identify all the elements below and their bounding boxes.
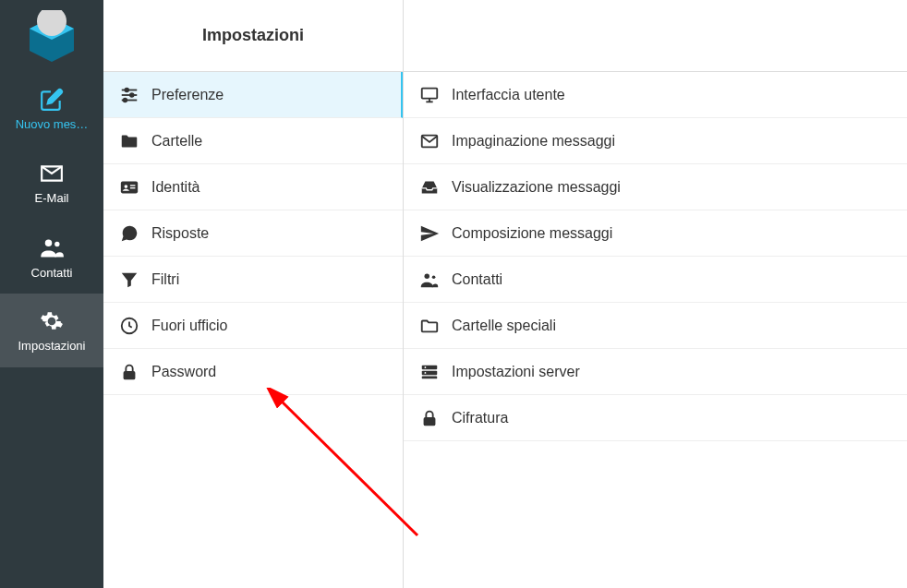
svg-rect-13 bbox=[130, 185, 136, 186]
settings-categories: Impostazioni Preferenze Cartelle bbox=[103, 0, 404, 588]
sliders-icon bbox=[118, 84, 140, 106]
svg-point-8 bbox=[130, 93, 134, 97]
item-label: Cifratura bbox=[452, 410, 508, 426]
settings-item-folders[interactable]: Cartelle bbox=[103, 118, 403, 164]
nav-compose[interactable]: Nuovo mes… bbox=[0, 72, 103, 146]
app-logo bbox=[0, 0, 103, 72]
preferences-sections: Interfaccia utente Impaginazione messagg… bbox=[404, 0, 907, 588]
pref-item-contacts[interactable]: Contatti bbox=[404, 257, 907, 303]
svg-point-22 bbox=[425, 273, 430, 279]
pref-item-encryption[interactable]: Cifratura bbox=[404, 395, 907, 441]
contacts-icon bbox=[39, 234, 65, 260]
contacts-icon bbox=[418, 269, 441, 291]
svg-line-17 bbox=[279, 399, 417, 535]
svg-rect-25 bbox=[422, 370, 438, 375]
svg-point-6 bbox=[125, 88, 128, 91]
item-label: Impostazioni server bbox=[452, 364, 580, 380]
lock-icon bbox=[118, 361, 140, 383]
nav-settings[interactable]: Impostazioni bbox=[0, 294, 103, 367]
pref-item-user-interface[interactable]: Interfaccia utente bbox=[404, 72, 907, 118]
item-label: Identità bbox=[151, 179, 200, 196]
settings-item-preferences[interactable]: Preferenze bbox=[103, 72, 403, 118]
id-card-icon bbox=[118, 176, 140, 198]
filter-icon bbox=[118, 269, 140, 291]
svg-point-12 bbox=[125, 185, 128, 188]
svg-point-10 bbox=[124, 98, 127, 102]
item-label: Risposte bbox=[151, 225, 209, 242]
item-label: Cartelle bbox=[151, 133, 202, 150]
paper-plane-icon bbox=[418, 222, 441, 245]
item-label: Cartelle speciali bbox=[452, 318, 556, 334]
svg-point-3 bbox=[45, 239, 52, 246]
column-header bbox=[404, 0, 907, 72]
item-label: Visualizzazione messaggi bbox=[452, 179, 621, 196]
svg-rect-16 bbox=[124, 371, 136, 379]
settings-item-identities[interactable]: Identità bbox=[103, 164, 403, 210]
svg-point-28 bbox=[425, 372, 427, 374]
item-label: Filtri bbox=[151, 271, 179, 288]
pref-item-special-folders[interactable]: Cartelle speciali bbox=[404, 303, 907, 349]
settings-item-password[interactable]: Password bbox=[103, 349, 403, 395]
item-label: Impaginazione messaggi bbox=[452, 133, 615, 150]
gear-icon bbox=[40, 309, 64, 333]
item-label: Preferenze bbox=[151, 87, 224, 103]
pref-item-message-view[interactable]: Visualizzazione messaggi bbox=[404, 164, 907, 210]
nav-label: Contatti bbox=[0, 266, 103, 280]
compose-icon bbox=[40, 88, 64, 112]
nav-email[interactable]: E-Mail bbox=[0, 146, 103, 220]
svg-rect-29 bbox=[424, 417, 436, 426]
item-label: Contatti bbox=[452, 271, 502, 288]
server-icon bbox=[418, 361, 441, 383]
item-label: Composizione messaggi bbox=[452, 225, 612, 242]
nav-label: E-Mail bbox=[0, 191, 103, 205]
pref-item-mailbox-view[interactable]: Impaginazione messaggi bbox=[404, 118, 907, 164]
svg-rect-24 bbox=[422, 365, 438, 369]
item-label: Interfaccia utente bbox=[452, 87, 565, 103]
desktop-icon bbox=[418, 84, 441, 106]
pref-item-server[interactable]: Impostazioni server bbox=[404, 349, 907, 395]
svg-rect-26 bbox=[422, 376, 438, 378]
item-label: Password bbox=[151, 364, 216, 380]
settings-item-responses[interactable]: Risposte bbox=[103, 210, 403, 257]
nav-label: Impostazioni bbox=[0, 339, 103, 353]
pref-item-compose[interactable]: Composizione messaggi bbox=[404, 210, 907, 257]
clock-icon bbox=[118, 315, 140, 337]
inbox-icon bbox=[418, 176, 441, 198]
envelope-icon bbox=[418, 130, 441, 152]
folder-icon bbox=[118, 130, 140, 152]
item-label: Fuori ufficio bbox=[151, 318, 227, 334]
nav-contacts[interactable]: Contatti bbox=[0, 220, 103, 294]
svg-point-4 bbox=[54, 241, 59, 246]
svg-rect-14 bbox=[130, 187, 136, 188]
folder-outline-icon bbox=[418, 315, 441, 337]
svg-point-27 bbox=[425, 366, 427, 368]
settings-item-filters[interactable]: Filtri bbox=[103, 257, 403, 303]
svg-rect-11 bbox=[121, 181, 138, 193]
comment-icon bbox=[118, 222, 140, 245]
column-title: Impostazioni bbox=[103, 0, 403, 72]
lock-icon bbox=[418, 407, 441, 429]
mail-icon bbox=[40, 162, 64, 186]
settings-item-out-of-office[interactable]: Fuori ufficio bbox=[103, 303, 403, 349]
svg-rect-18 bbox=[422, 88, 438, 98]
sidebar: Nuovo mes… E-Mail Contatti bbox=[0, 0, 103, 588]
nav-label: Nuovo mes… bbox=[0, 117, 103, 131]
svg-point-23 bbox=[432, 275, 436, 279]
